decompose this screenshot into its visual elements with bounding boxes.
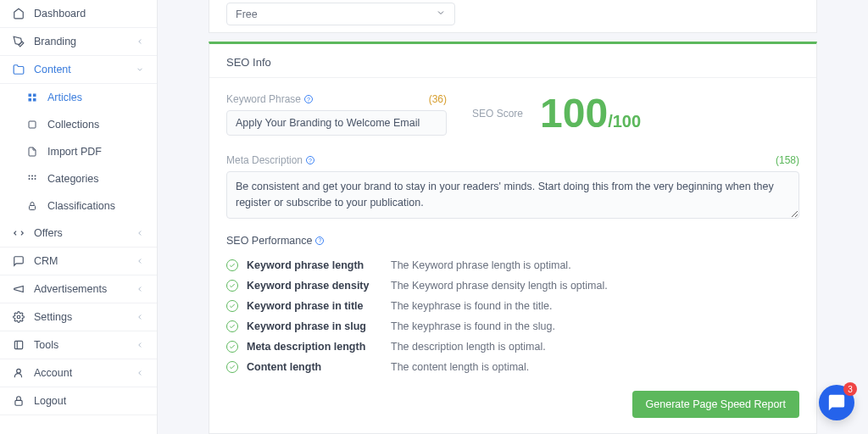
nav-advertisements[interactable]: Advertisements <box>0 275 157 303</box>
meta-description-label: Meta Description ? <box>226 154 314 166</box>
subnav-import-pdf[interactable]: Import PDF <box>0 138 157 165</box>
nav-account[interactable]: Account <box>0 359 157 387</box>
info-icon[interactable]: ? <box>304 95 313 103</box>
svg-point-15 <box>17 369 21 373</box>
chevron-down-icon <box>436 8 446 20</box>
lock-icon <box>25 199 39 213</box>
nav-settings[interactable]: Settings <box>0 303 157 331</box>
perf-row: Meta description length The description … <box>226 337 799 357</box>
svg-point-5 <box>29 175 31 177</box>
brush-icon <box>12 35 25 48</box>
home-icon <box>12 7 25 20</box>
nav-label: CRM <box>34 255 135 267</box>
perf-row: Keyword phrase length The Keyword phrase… <box>226 255 799 275</box>
perf-row: Keyword phrase in title The keyphrase is… <box>226 296 799 316</box>
check-icon <box>226 280 238 292</box>
perf-row: Keyword phrase density The Keyword phras… <box>226 275 799 296</box>
nav-tools[interactable]: Tools <box>0 331 157 359</box>
subnav-collections[interactable]: Collections <box>0 111 157 138</box>
subnav-classifications[interactable]: Classifications <box>0 192 157 220</box>
svg-rect-11 <box>30 206 36 210</box>
svg-point-6 <box>31 175 33 177</box>
nav-offers[interactable]: Offers <box>0 220 157 248</box>
perf-row: Keyword phrase in slug The keyphrase is … <box>226 316 799 337</box>
subnav-articles[interactable]: Articles <box>0 84 157 111</box>
svg-point-8 <box>29 178 31 180</box>
seo-info-card: SEO Info Keyword Phrase ? (36) SEO Score <box>209 42 817 434</box>
nav-logout[interactable]: Logout <box>0 387 157 415</box>
chevron-left-icon <box>135 368 145 378</box>
chat-badge: 3 <box>843 382 857 396</box>
nav-label: Categories <box>47 173 145 185</box>
nav-label: Content <box>34 64 135 75</box>
nav-label: Settings <box>34 311 135 323</box>
main-content: Free SEO Info Keyword Phrase ? (36) <box>158 0 868 434</box>
lock-icon <box>12 394 25 408</box>
user-icon <box>12 366 25 380</box>
seo-performance-title: SEO Performance ? <box>226 235 799 247</box>
seo-score-label: SEO Score <box>472 108 523 120</box>
perf-row: Content length The content length is opt… <box>226 357 799 377</box>
chevron-left-icon <box>135 36 145 47</box>
chevron-down-icon <box>135 64 145 75</box>
gear-icon <box>12 310 25 324</box>
file-icon <box>25 145 39 159</box>
nav-crm[interactable]: CRM <box>0 248 157 275</box>
nav-label: Collections <box>47 119 145 131</box>
select-value: Free <box>236 8 258 20</box>
chevron-left-icon <box>135 340 145 350</box>
nav-label: Account <box>34 367 135 379</box>
layers-icon <box>25 118 39 131</box>
nav-label: Offers <box>34 227 135 239</box>
svg-rect-16 <box>15 400 22 405</box>
nav-branding[interactable]: Branding <box>0 28 157 56</box>
svg-rect-13 <box>14 341 22 348</box>
nav-label: Branding <box>34 36 135 47</box>
svg-rect-4 <box>29 121 36 128</box>
chevron-left-icon <box>135 284 145 294</box>
chevron-left-icon <box>135 312 145 322</box>
chat-widget[interactable]: 3 <box>819 385 854 420</box>
keyword-phrase-input[interactable] <box>226 110 447 136</box>
nav-label: Dashboard <box>34 8 145 19</box>
keyword-phrase-count: (36) <box>429 93 447 105</box>
chevron-left-icon <box>135 228 145 238</box>
keyword-phrase-label: Keyword Phrase ? <box>226 93 313 105</box>
nav-label: Articles <box>47 92 145 103</box>
info-icon[interactable]: ? <box>315 236 324 245</box>
nav-label: Logout <box>34 395 145 407</box>
message-icon <box>12 254 25 268</box>
svg-rect-0 <box>29 94 32 97</box>
sidebar: Dashboard Branding Content Articles Coll… <box>0 0 158 434</box>
tools-icon <box>12 338 25 352</box>
check-icon <box>226 300 238 312</box>
meta-description-count: (158) <box>776 154 799 166</box>
nav-label: Advertisements <box>34 283 135 295</box>
chevron-left-icon <box>135 256 145 266</box>
svg-rect-2 <box>29 98 32 102</box>
folder-icon <box>12 63 25 76</box>
meta-description-input[interactable] <box>226 171 799 219</box>
access-select[interactable]: Free <box>226 3 455 25</box>
subnav-categories[interactable]: Categories <box>0 165 157 192</box>
check-icon <box>226 259 238 271</box>
card-title: SEO Info <box>209 44 816 78</box>
check-icon <box>226 361 238 373</box>
nav-label: Classifications <box>47 200 145 212</box>
nav-dashboard[interactable]: Dashboard <box>0 0 157 28</box>
check-icon <box>226 320 238 332</box>
svg-point-7 <box>35 175 36 177</box>
seo-score-value: 100/100 <box>540 93 641 134</box>
svg-rect-3 <box>33 98 36 102</box>
check-icon <box>226 341 238 353</box>
nav-content[interactable]: Content <box>0 56 157 84</box>
svg-point-9 <box>31 178 33 180</box>
tag-icon <box>12 226 25 240</box>
nav-label: Tools <box>34 339 135 351</box>
generate-page-speed-button[interactable]: Generate Page Speed Report <box>632 391 799 418</box>
svg-rect-1 <box>33 94 36 97</box>
top-select-row: Free <box>209 0 817 33</box>
grid-icon <box>25 91 39 104</box>
svg-point-12 <box>17 315 20 319</box>
info-icon[interactable]: ? <box>306 156 314 164</box>
